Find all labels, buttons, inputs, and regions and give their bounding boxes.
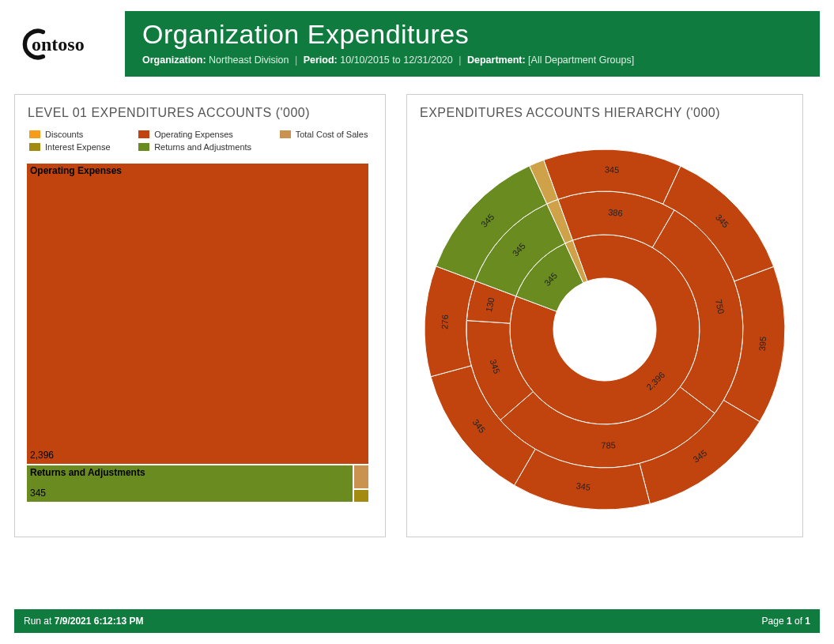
sunburst-label: 785	[601, 440, 616, 450]
treemap-cell-label: Operating Expenses	[30, 165, 122, 176]
sunburst-chart[interactable]: 2,39634538675078534513034534534539534534…	[419, 144, 791, 515]
report-footer: Run at 7/9/2021 6:12:13 PM Page 1 of 1	[14, 609, 820, 633]
separator: |	[295, 55, 297, 66]
legend-label: Operating Expenses	[154, 130, 233, 139]
title-banner: Organization Expenditures Organization: …	[125, 11, 820, 77]
run-value: 7/9/2021 6:12:13 PM	[55, 616, 144, 627]
sunburst-label: 345	[575, 480, 591, 491]
legend-item: Total Cost of Sales	[280, 130, 374, 139]
sunburst-label: 386	[608, 207, 623, 218]
treemap-title: LEVEL 01 EXPENDITURES ACCOUNTS ('000)	[28, 106, 374, 120]
department-label: Department:	[467, 55, 526, 66]
logo-text: ontoso	[32, 34, 85, 55]
legend-swatch	[138, 130, 149, 138]
contoso-logo-icon: ontoso	[22, 21, 117, 68]
report-title: Organization Expenditures	[142, 19, 802, 50]
run-prefix: Run at	[24, 616, 55, 627]
page-indicator: Page 1 of 1	[762, 616, 810, 627]
period-value: 10/10/2015 to 12/31/2020	[340, 55, 453, 66]
organization-label: Organization:	[142, 55, 206, 66]
treemap-cell[interactable]	[353, 489, 369, 503]
treemap-cell-value: 2,396	[30, 450, 54, 461]
sunburst-title: EXPENDITURES ACCOUNTS HIERARCHY ('000)	[420, 106, 791, 120]
run-timestamp: Run at 7/9/2021 6:12:13 PM	[24, 616, 143, 627]
legend-label: Total Cost of Sales	[296, 130, 368, 139]
legend-label: Interest Expense	[45, 142, 111, 152]
department-value: [All Department Groups]	[528, 55, 634, 66]
legend-swatch	[280, 130, 291, 138]
legend-item: Operating Expenses	[138, 130, 258, 139]
treemap-cell[interactable]	[353, 465, 369, 489]
legend-item: Discounts	[29, 130, 116, 139]
page-of: of	[792, 616, 806, 627]
sunburst-label: 276	[440, 314, 450, 329]
treemap-panel: LEVEL 01 EXPENDITURES ACCOUNTS ('000) Di…	[14, 94, 386, 537]
legend-label: Discounts	[45, 130, 83, 139]
legend-label: Returns and Adjustments	[154, 142, 251, 152]
page-prefix: Page	[762, 616, 787, 627]
period-label: Period:	[304, 55, 338, 66]
panels-row: LEVEL 01 EXPENDITURES ACCOUNTS ('000) Di…	[14, 94, 820, 537]
treemap-cell[interactable]: Returns and Adjustments345	[26, 465, 353, 503]
report-page: ontoso Organization Expenditures Organiz…	[0, 0, 834, 644]
separator: |	[459, 55, 461, 66]
page-total: 1	[805, 616, 810, 627]
page-num: 1	[787, 616, 792, 627]
treemap-legend: DiscountsOperating ExpensesTotal Cost of…	[29, 130, 374, 152]
legend-swatch	[138, 143, 149, 151]
sunburst-wrap: 2,39634538675078534513034534534539534534…	[418, 130, 791, 529]
legend-swatch	[29, 130, 40, 138]
treemap-cell-label: Returns and Adjustments	[30, 467, 145, 478]
treemap-cell-value: 345	[30, 488, 46, 499]
organization-value: Northeast Division	[209, 55, 289, 66]
treemap-cell[interactable]: Operating Expenses2,396	[26, 163, 369, 465]
sunburst-label: 345	[605, 164, 620, 175]
contoso-logo: ontoso	[14, 11, 125, 77]
sunburst-panel: EXPENDITURES ACCOUNTS HIERARCHY ('000) 2…	[406, 94, 803, 537]
report-header: ontoso Organization Expenditures Organiz…	[14, 11, 820, 77]
report-subtitle: Organization: Northeast Division | Perio…	[142, 55, 802, 66]
legend-swatch	[29, 143, 40, 151]
legend-item: Returns and Adjustments	[138, 142, 258, 152]
legend-item: Interest Expense	[29, 142, 116, 152]
treemap-chart[interactable]: Operating Expenses2,396Returns and Adjus…	[26, 163, 369, 503]
sunburst-label: 395	[757, 336, 768, 351]
